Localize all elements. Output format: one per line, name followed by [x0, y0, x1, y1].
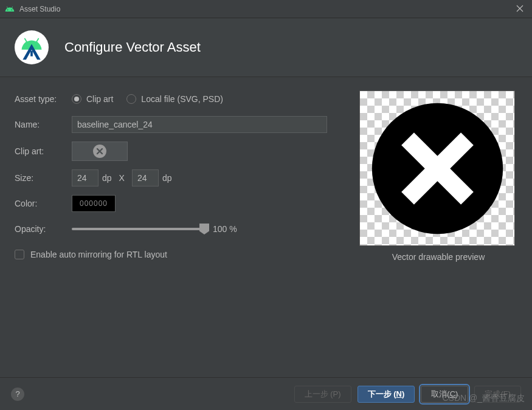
- radio-local-file[interactable]: Local file (SVG, PSD): [126, 94, 223, 104]
- android-icon: [5, 4, 15, 14]
- size-width-input[interactable]: [72, 169, 98, 186]
- preview-panel: Vector drawable preview: [359, 91, 517, 272]
- slider-thumb-icon: [199, 224, 209, 234]
- row-asset-type: Asset type: Clip art Local file (SVG, PS…: [15, 91, 347, 108]
- size-x-separator: X: [119, 173, 125, 183]
- checkbox-box-icon: [15, 250, 24, 259]
- next-suffix: ): [402, 389, 404, 398]
- label-opacity: Opacity:: [15, 224, 72, 234]
- radio-dot-icon: [126, 94, 136, 104]
- cancel-prefix: 取消(: [431, 389, 449, 400]
- next-key: N: [396, 389, 402, 398]
- opacity-slider[interactable]: [72, 225, 206, 233]
- color-swatch[interactable]: 000000: [72, 195, 116, 212]
- label-asset-type: Asset type:: [15, 94, 72, 104]
- header-icon: [15, 30, 49, 64]
- opacity-value: 100 %: [213, 224, 237, 234]
- rtl-mirror-checkbox[interactable]: Enable auto mirroring for RTL layout: [15, 250, 167, 259]
- svg-rect-0: [30, 51, 33, 56]
- cancel-key: C: [450, 389, 455, 398]
- cancel-suffix: ): [455, 389, 458, 398]
- row-size: Size: dp X dp: [15, 169, 347, 186]
- dp-label-1: dp: [102, 173, 112, 183]
- asset-studio-icon: [18, 34, 45, 61]
- radio-dot-icon: [72, 94, 81, 104]
- name-input[interactable]: [72, 116, 327, 133]
- label-color: Color:: [15, 199, 72, 208]
- dialog-footer: ? 上一步 (P) 下一步 (N) 取消(C) 完成(F): [0, 377, 532, 410]
- row-color: Color: 000000: [15, 195, 347, 212]
- radio-clip-art-label: Clip art: [86, 94, 113, 104]
- cancel-button[interactable]: 取消(C): [421, 386, 468, 403]
- next-prefix: 下一步 (: [368, 389, 396, 400]
- label-size: Size:: [15, 173, 72, 183]
- asset-type-radio-group: Clip art Local file (SVG, PSD): [72, 94, 223, 104]
- dialog-title: Configure Vector Asset: [64, 39, 201, 55]
- slider-fill: [72, 228, 206, 230]
- cancel-icon: [93, 145, 106, 158]
- clip-art-button[interactable]: [72, 142, 128, 161]
- close-icon: [516, 5, 523, 12]
- radio-local-file-label: Local file (SVG, PSD): [141, 94, 223, 104]
- dialog-header: Configure Vector Asset: [0, 18, 532, 77]
- label-name: Name:: [15, 120, 72, 129]
- size-height-input[interactable]: [132, 169, 159, 186]
- label-clip-art: Clip art:: [15, 146, 72, 156]
- close-button[interactable]: [513, 4, 527, 14]
- previous-button[interactable]: 上一步 (P): [294, 386, 351, 403]
- help-button[interactable]: ?: [11, 388, 24, 401]
- title-bar: Asset Studio: [0, 0, 532, 18]
- window-title: Asset Studio: [19, 5, 513, 13]
- dp-label-2: dp: [162, 173, 172, 183]
- row-opacity: Opacity: 100 %: [15, 220, 347, 237]
- radio-clip-art[interactable]: Clip art: [72, 94, 113, 104]
- finish-button[interactable]: 完成(F): [474, 386, 521, 403]
- preview-cancel-icon: [366, 97, 509, 240]
- row-clip-art: Clip art:: [15, 142, 347, 161]
- next-button[interactable]: 下一步 (N): [358, 386, 415, 403]
- preview-label: Vector drawable preview: [359, 252, 517, 262]
- row-name: Name:: [15, 116, 347, 133]
- form-panel: Asset type: Clip art Local file (SVG, PS…: [15, 91, 347, 272]
- row-mirror: Enable auto mirroring for RTL layout: [15, 246, 347, 263]
- rtl-mirror-label: Enable auto mirroring for RTL layout: [30, 250, 167, 259]
- content-area: Asset type: Clip art Local file (SVG, PS…: [0, 77, 532, 272]
- preview-canvas: [359, 91, 515, 246]
